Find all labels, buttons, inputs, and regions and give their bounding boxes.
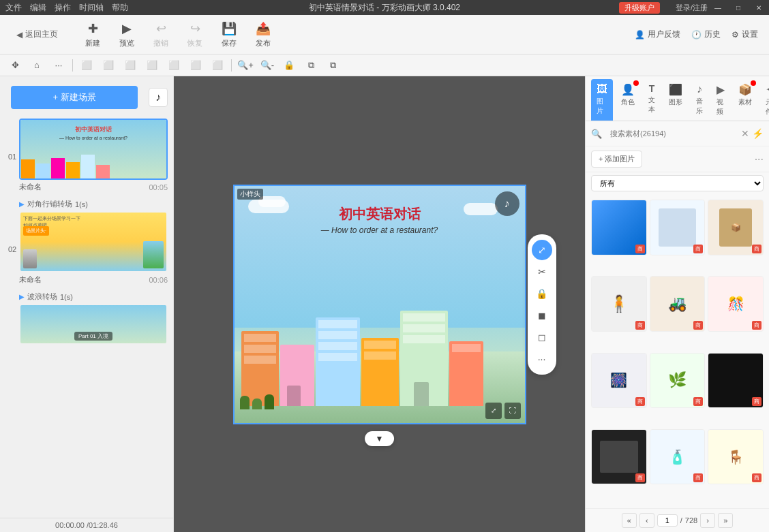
- new-scene-button[interactable]: + 新建场景: [11, 86, 138, 109]
- publish-action[interactable]: 📤 发布: [247, 18, 279, 51]
- save-action[interactable]: 💾 保存: [213, 18, 245, 51]
- search-filter-button[interactable]: ⚡: [752, 128, 764, 139]
- preview-action[interactable]: ▶ 预览: [111, 18, 142, 51]
- asset-badge-5: 商: [693, 321, 703, 330]
- copy-button[interactable]: ⧉: [301, 57, 320, 74]
- canvas-frame[interactable]: 初中英语对话 — How to order at a restaurant?: [233, 185, 526, 424]
- align-top-button[interactable]: ⬜: [142, 57, 162, 74]
- menu-operate[interactable]: 操作: [55, 2, 71, 14]
- asset-item-10[interactable]: 商: [591, 429, 647, 485]
- home-tool-button[interactable]: ⌂: [27, 57, 46, 74]
- canvas-tool-eye[interactable]: ◻: [532, 327, 552, 347]
- undo-action[interactable]: ↩ 撤销: [145, 18, 177, 51]
- ellipsis-tool-button[interactable]: ···: [49, 57, 68, 74]
- scene-item-2[interactable]: 下面一起来分场景学习一下 如何点菜吧 场景片头· 未命名 00:06: [19, 211, 168, 287]
- asset-item-8[interactable]: 🌿 商: [650, 353, 706, 409]
- right-search-bar: 🔍 ✕ ⚡: [586, 121, 769, 146]
- minimize-button[interactable]: —: [708, 0, 728, 15]
- tab-shape[interactable]: ⬛ 图形: [663, 79, 688, 121]
- tab-music[interactable]: ♪ 音乐: [691, 79, 708, 121]
- scene-row-3: Part 01 入境: [5, 304, 168, 345]
- history-button[interactable]: 🕐 历史: [691, 29, 721, 40]
- align-center-button[interactable]: ⬜: [99, 57, 118, 74]
- total-time: /01:28.46: [87, 521, 118, 529]
- asset-item-2[interactable]: 商: [650, 200, 706, 255]
- tab-element[interactable]: ✦ 元件: [760, 79, 769, 121]
- upgrade-button[interactable]: 升级账户: [619, 2, 660, 14]
- distribute-v-button[interactable]: ⬜: [208, 57, 227, 74]
- asset-item-11[interactable]: 🧴 商: [650, 429, 706, 485]
- scene-name-1: 未命名: [19, 182, 42, 192]
- scene-thumbnail-1[interactable]: 初中英语对话 — How to order at a restaurant?: [19, 119, 168, 180]
- back-button[interactable]: ◀ 返回主页: [11, 26, 63, 43]
- menu-items: 文件 编辑 操作 时间轴 帮助: [5, 2, 128, 14]
- page-first-button[interactable]: «: [622, 513, 637, 528]
- tab-image[interactable]: 🖼 图片: [591, 79, 613, 121]
- page-number-input[interactable]: [657, 514, 678, 527]
- menu-help[interactable]: 帮助: [112, 2, 128, 14]
- search-input[interactable]: [605, 127, 738, 140]
- paste-button[interactable]: ⧉: [323, 57, 342, 74]
- page-next-button[interactable]: ›: [700, 513, 715, 528]
- tab-material[interactable]: 📦 素材: [733, 79, 757, 121]
- redo-action[interactable]: ↪ 恢复: [179, 18, 211, 51]
- asset-grid: 商 商 📦 商 🧍 商: [586, 194, 769, 508]
- asset-item-9[interactable]: 商: [708, 353, 764, 409]
- add-image-button[interactable]: + 添加图片: [591, 151, 642, 168]
- canvas-tool-layer[interactable]: ◼: [532, 305, 552, 326]
- canvas-music-button[interactable]: ♪: [495, 191, 519, 216]
- canvas-tool-lock[interactable]: 🔒: [532, 283, 552, 304]
- align-right-button[interactable]: ⬜: [121, 57, 140, 74]
- canvas-fullscreen-button[interactable]: ⛶: [504, 403, 521, 419]
- maximize-button[interactable]: □: [728, 0, 749, 15]
- align-left-button[interactable]: ⬜: [77, 57, 96, 74]
- transition-1[interactable]: ▶ 对角行铺转场 1(s): [5, 197, 168, 211]
- close-button[interactable]: ✕: [749, 0, 769, 15]
- canvas-tool-resize[interactable]: ⤢: [532, 240, 552, 260]
- scene-item-1[interactable]: 初中英语对话 — How to order at a restaurant?: [19, 119, 168, 194]
- asset-badge-4: 商: [635, 321, 645, 330]
- asset-item-1[interactable]: 商: [591, 200, 647, 255]
- search-clear-button[interactable]: ✕: [741, 128, 749, 139]
- shape-tab-icon: ⬛: [669, 83, 682, 96]
- distribute-h-button[interactable]: ⬜: [186, 57, 205, 74]
- canvas-expand-button[interactable]: ▼: [365, 431, 395, 446]
- asset-item-6[interactable]: 🎊 商: [708, 276, 764, 332]
- app-title: 初中英语情景对话 - 万彩动画大师 3.0.402: [309, 2, 460, 14]
- canvas-fit-button[interactable]: ⤢: [485, 403, 502, 419]
- menu-bar: 文件 编辑 操作 时间轴 帮助 初中英语情景对话 - 万彩动画大师 3.0.40…: [0, 0, 769, 15]
- category-select[interactable]: 所有: [591, 175, 764, 191]
- tab-character[interactable]: 👤 角色: [616, 79, 640, 121]
- login-button[interactable]: 登录/注册: [676, 3, 708, 13]
- asset-more-button[interactable]: ···: [755, 153, 764, 166]
- asset-item-7[interactable]: 🎆 商: [591, 353, 647, 409]
- asset-item-5[interactable]: 🚜 商: [650, 276, 706, 332]
- scene-item-3[interactable]: Part 01 入境: [19, 304, 168, 345]
- align-bottom-button[interactable]: ⬜: [164, 57, 183, 74]
- scene-list: 01 初中英语对话 — How to order at a restaurant…: [0, 119, 173, 518]
- canvas-tool-more[interactable]: ···: [532, 349, 552, 369]
- settings-button[interactable]: ⚙ 设置: [732, 29, 758, 40]
- canvas-tool-crop[interactable]: ✂: [532, 262, 552, 282]
- zoom-out-button[interactable]: 🔍-: [258, 57, 277, 74]
- publish-label: 发布: [256, 38, 271, 48]
- tab-video[interactable]: ▶ 视频: [711, 79, 730, 121]
- transition-2[interactable]: ▶ 波浪转场 1(s): [5, 290, 168, 304]
- zoom-in-button[interactable]: 🔍+: [236, 57, 255, 74]
- page-last-button[interactable]: »: [718, 513, 733, 528]
- page-prev-button[interactable]: ‹: [639, 513, 654, 528]
- music-button[interactable]: ♪: [149, 88, 168, 107]
- move-tool-button[interactable]: ✥: [5, 57, 25, 74]
- new-action[interactable]: ✚ 新建: [77, 18, 108, 51]
- asset-item-3[interactable]: 📦 商: [708, 200, 764, 255]
- asset-item-4[interactable]: 🧍 商: [591, 276, 647, 332]
- menu-file[interactable]: 文件: [5, 2, 22, 14]
- menu-timeline[interactable]: 时间轴: [79, 2, 104, 14]
- lock-button[interactable]: 🔒: [280, 57, 299, 74]
- feedback-button[interactable]: 👤 用户反馈: [635, 29, 680, 40]
- tab-text[interactable]: T 文本: [643, 79, 661, 121]
- scene-thumbnail-2[interactable]: 下面一起来分场景学习一下 如何点菜吧 场景片头·: [19, 211, 168, 272]
- menu-edit[interactable]: 编辑: [30, 2, 46, 14]
- scene-thumbnail-3[interactable]: Part 01 入境: [19, 304, 168, 345]
- asset-item-12[interactable]: 🪑 商: [708, 429, 764, 485]
